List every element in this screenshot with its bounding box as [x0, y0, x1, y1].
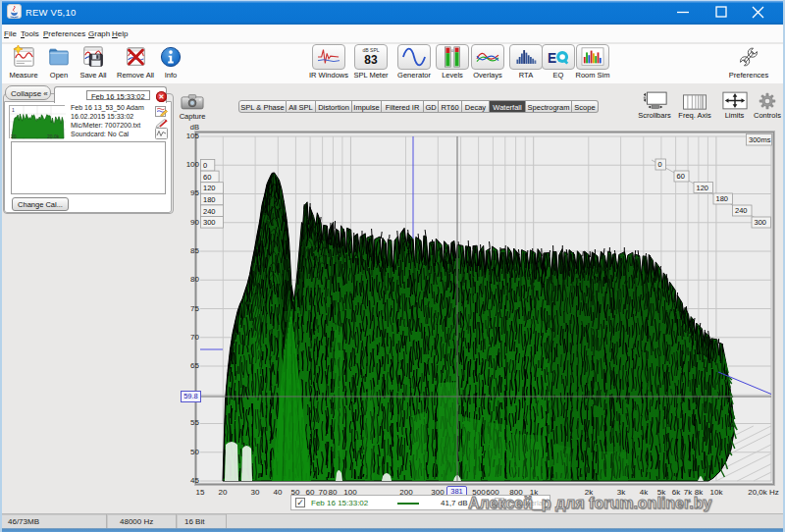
svg-text:20.0k: 20.0k — [47, 133, 60, 139]
svg-text:20: 20 — [11, 133, 17, 139]
svg-text:60: 60 — [203, 173, 211, 182]
svg-text:240: 240 — [735, 206, 748, 215]
svg-text:180: 180 — [203, 195, 216, 204]
svg-text:60: 60 — [677, 172, 685, 181]
svg-text:300: 300 — [755, 218, 767, 227]
svg-text:240: 240 — [203, 207, 216, 216]
svg-text:120: 120 — [203, 184, 216, 192]
svg-text:0: 0 — [203, 161, 207, 170]
svg-text:180: 180 — [716, 194, 729, 203]
svg-text:1: 1 — [12, 107, 15, 113]
svg-text:0: 0 — [658, 160, 662, 169]
svg-text:300ms: 300ms — [749, 135, 771, 144]
svg-text:120: 120 — [697, 184, 709, 192]
svg-text:300: 300 — [203, 218, 216, 227]
